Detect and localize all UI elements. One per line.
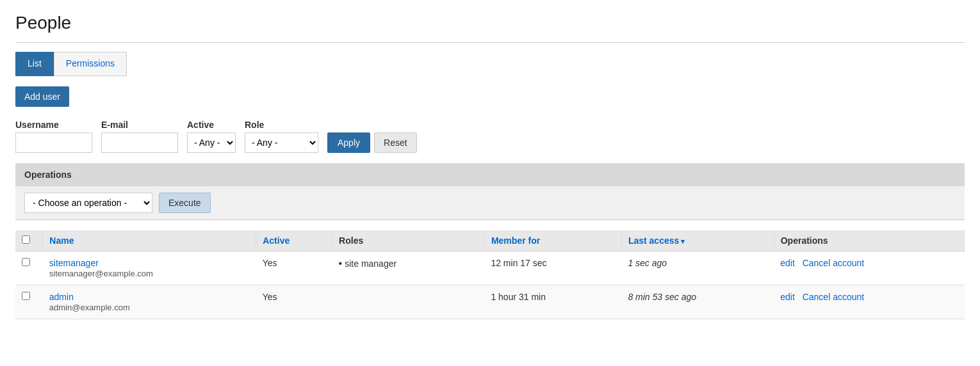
tab-list[interactable]: List xyxy=(15,52,54,76)
apply-button[interactable]: Apply xyxy=(327,132,370,153)
user-email: admin@example.com xyxy=(49,303,130,312)
user-link[interactable]: sitemanager xyxy=(49,258,250,268)
op-cancel-account-link[interactable]: Cancel account xyxy=(803,292,865,302)
op-cancel-account-link[interactable]: Cancel account xyxy=(803,258,865,268)
user-last-access-cell: 8 min 53 sec ago xyxy=(621,285,774,319)
execute-button[interactable]: Execute xyxy=(159,193,211,213)
users-table: Name Active Roles Member for Last access… xyxy=(15,230,965,319)
role-bullet: • xyxy=(339,258,343,269)
user-name-cell: adminadmin@example.com xyxy=(43,285,256,319)
last-access-value: 8 min 53 sec ago xyxy=(628,292,696,302)
col-name[interactable]: Name xyxy=(43,230,256,251)
role-filter-group: Role - Any - site manager admin xyxy=(245,120,318,153)
last-access-value: 1 sec ago xyxy=(628,258,667,268)
role-label: Role xyxy=(245,120,318,130)
table-header-row: Name Active Roles Member for Last access… xyxy=(15,230,965,251)
table-row: sitemanagersitemanager@example.comYes• s… xyxy=(15,251,965,285)
username-filter-group: Username xyxy=(15,120,92,153)
user-email: sitemanager@example.com xyxy=(49,269,153,278)
col-operations: Operations xyxy=(774,230,964,251)
tab-permissions[interactable]: Permissions xyxy=(54,52,127,76)
active-filter-group: Active - Any - Yes No xyxy=(187,120,236,153)
table-row: adminadmin@example.comYes1 hour 31 min8 … xyxy=(15,285,965,319)
col-active[interactable]: Active xyxy=(256,230,332,251)
user-active-cell: Yes xyxy=(256,251,332,285)
username-label: Username xyxy=(15,120,92,130)
user-name-cell: sitemanagersitemanager@example.com xyxy=(43,251,256,285)
sort-arrow-icon xyxy=(679,235,685,246)
col-roles: Roles xyxy=(332,230,485,251)
add-user-button[interactable]: Add user xyxy=(15,86,69,107)
col-member-for[interactable]: Member for xyxy=(484,230,621,251)
tab-bar: List Permissions xyxy=(15,52,965,76)
user-member-for-cell: 1 hour 31 min xyxy=(484,285,621,319)
row-checkbox[interactable] xyxy=(22,292,30,300)
filter-section: Username E-mail Active - Any - Yes No Ro… xyxy=(15,120,965,153)
user-operations-cell: edit Cancel account xyxy=(774,251,964,285)
user-link[interactable]: admin xyxy=(49,292,250,302)
email-filter-group: E-mail xyxy=(101,120,178,153)
user-last-access-cell: 1 sec ago xyxy=(621,251,774,285)
email-input[interactable] xyxy=(101,132,178,153)
user-active-cell: Yes xyxy=(256,285,332,319)
reset-button[interactable]: Reset xyxy=(374,132,417,153)
user-member-for-cell: 12 min 17 sec xyxy=(484,251,621,285)
operations-section-label: Operations xyxy=(15,163,965,186)
username-input[interactable] xyxy=(15,132,92,153)
operation-select[interactable]: - Choose an operation - Block the select… xyxy=(24,193,152,213)
select-all-checkbox[interactable] xyxy=(22,235,30,244)
user-operations-cell: edit Cancel account xyxy=(774,285,964,319)
operations-row: - Choose an operation - Block the select… xyxy=(15,186,965,220)
active-label: Active xyxy=(187,120,236,130)
row-checkbox[interactable] xyxy=(22,258,30,266)
col-last-access[interactable]: Last access xyxy=(621,230,774,251)
page-title: People xyxy=(15,13,965,33)
filter-buttons: Apply Reset xyxy=(327,132,417,153)
email-label: E-mail xyxy=(101,120,178,130)
user-roles-cell: • site manager xyxy=(332,251,485,285)
op-edit-link[interactable]: edit xyxy=(780,292,795,302)
role-name: site manager xyxy=(345,259,396,269)
active-select[interactable]: - Any - Yes No xyxy=(187,132,236,153)
user-roles-cell xyxy=(332,285,485,319)
role-select[interactable]: - Any - site manager admin xyxy=(245,132,318,153)
op-edit-link[interactable]: edit xyxy=(780,258,795,268)
